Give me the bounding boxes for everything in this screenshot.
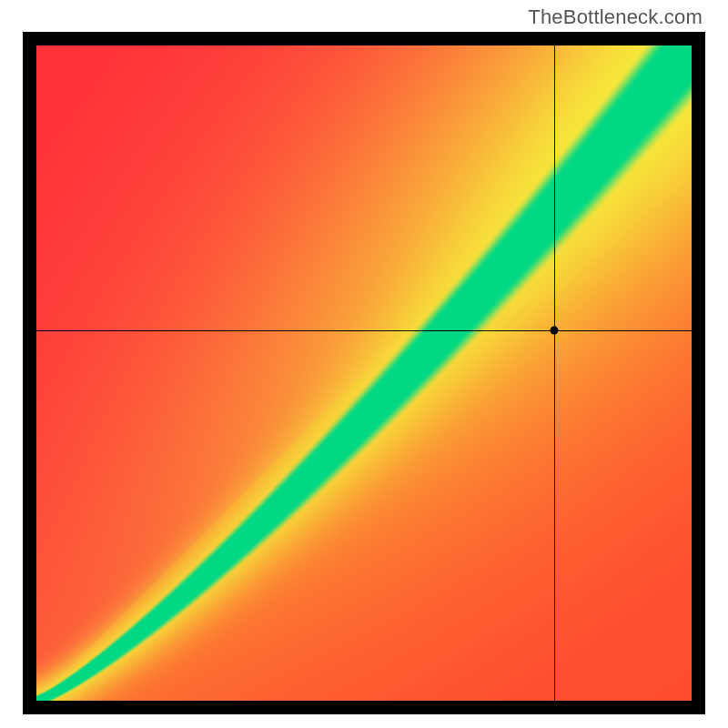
- crosshair-vertical: [554, 46, 555, 701]
- chart-stage: TheBottleneck.com: [0, 0, 728, 728]
- plot-area: [36, 46, 692, 701]
- heatmap-canvas: [36, 46, 692, 701]
- watermark-text: TheBottleneck.com: [528, 5, 703, 29]
- chart-frame: [23, 32, 705, 714]
- crosshair-horizontal: [36, 330, 692, 331]
- sample-point-marker: [550, 327, 558, 335]
